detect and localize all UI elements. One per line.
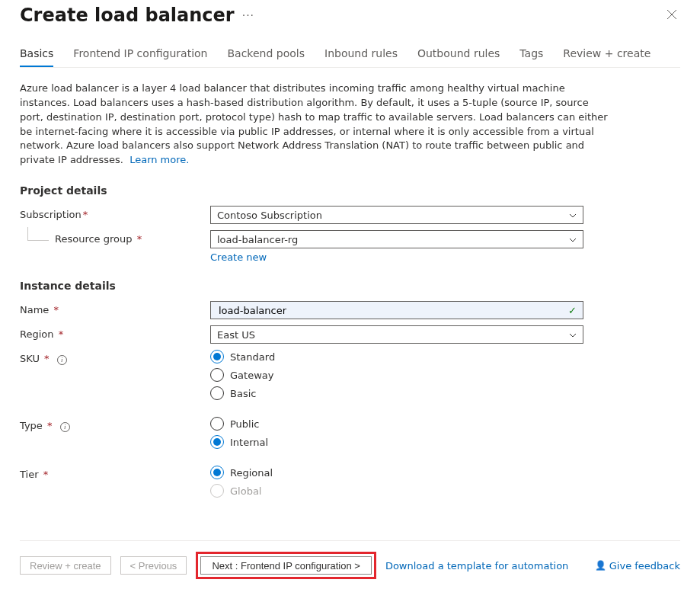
intro-body: Azure load balancer is a layer 4 load ba… — [20, 82, 608, 165]
create-load-balancer-page: Create load balancer ··· Basics Frontend… — [0, 0, 700, 602]
resource-group-select[interactable]: load-balancer-rg — [210, 230, 583, 248]
tab-basics[interactable]: Basics — [20, 47, 53, 67]
tier-radio-group: Regional Global — [210, 466, 583, 498]
name-label: Name * — [20, 301, 210, 315]
subscription-select[interactable]: Contoso Subscription — [210, 206, 583, 224]
chevron-down-icon — [569, 210, 577, 220]
tab-outbound-rules[interactable]: Outbound rules — [417, 47, 500, 67]
sku-radio-group: Standard Gateway Basic — [210, 350, 583, 400]
sku-gateway-radio[interactable]: Gateway — [210, 368, 583, 382]
give-feedback-link[interactable]: 👤 Give feedback — [595, 560, 680, 572]
check-icon: ✓ — [568, 305, 577, 316]
subscription-label: Subscription* — [20, 206, 210, 220]
type-label: Type * i — [20, 417, 210, 432]
page-title: Create load balancer — [20, 5, 235, 26]
tab-tags[interactable]: Tags — [519, 47, 543, 67]
name-input[interactable] — [217, 304, 568, 317]
tab-bar: Basics Frontend IP configuration Backend… — [20, 47, 680, 68]
create-new-rg-link[interactable]: Create new — [210, 251, 267, 263]
info-icon[interactable]: i — [60, 422, 70, 432]
next-button[interactable]: Next : Frontend IP configuration > — [200, 556, 372, 575]
footer: Review + create < Previous Next : Fronte… — [20, 540, 680, 579]
name-input-wrap: ✓ — [210, 301, 583, 319]
tier-label: Tier * — [20, 466, 210, 480]
region-value: East US — [217, 329, 255, 341]
chevron-down-icon — [569, 235, 577, 245]
close-icon[interactable] — [663, 5, 680, 26]
region-select[interactable]: East US — [210, 325, 583, 344]
tab-inbound-rules[interactable]: Inbound rules — [324, 47, 398, 67]
project-details-heading: Project details — [20, 184, 680, 197]
resource-group-label: Resource group * — [20, 230, 210, 245]
tier-regional-radio[interactable]: Regional — [210, 466, 583, 479]
learn-more-link[interactable]: Learn more. — [129, 154, 189, 165]
type-public-radio[interactable]: Public — [210, 417, 583, 431]
previous-button[interactable]: < Previous — [120, 556, 187, 575]
type-internal-radio[interactable]: Internal — [210, 435, 583, 449]
resource-group-value: load-balancer-rg — [217, 234, 298, 245]
tab-backend-pools[interactable]: Backend pools — [227, 47, 305, 67]
instance-details-heading: Instance details — [20, 280, 680, 292]
chevron-down-icon — [569, 330, 577, 340]
more-actions-icon[interactable]: ··· — [242, 9, 254, 21]
review-create-button[interactable]: Review + create — [20, 556, 111, 575]
sku-basic-radio[interactable]: Basic — [210, 386, 583, 400]
info-icon[interactable]: i — [57, 355, 67, 365]
sku-label: SKU * i — [20, 350, 210, 365]
header: Create load balancer ··· — [20, 5, 680, 26]
sku-standard-radio[interactable]: Standard — [210, 350, 583, 363]
tier-global-radio: Global — [210, 484, 583, 498]
next-button-highlight: Next : Frontend IP configuration > — [196, 552, 376, 579]
feedback-icon: 👤 — [595, 560, 606, 571]
intro-text: Azure load balancer is a layer 4 load ba… — [20, 82, 614, 168]
subscription-value: Contoso Subscription — [217, 210, 322, 221]
tab-frontend-ip[interactable]: Frontend IP configuration — [73, 47, 207, 67]
region-label: Region * — [20, 325, 210, 340]
type-radio-group: Public Internal — [210, 417, 583, 449]
tab-review-create[interactable]: Review + create — [563, 47, 650, 67]
download-template-link[interactable]: Download a template for automation — [385, 560, 568, 572]
